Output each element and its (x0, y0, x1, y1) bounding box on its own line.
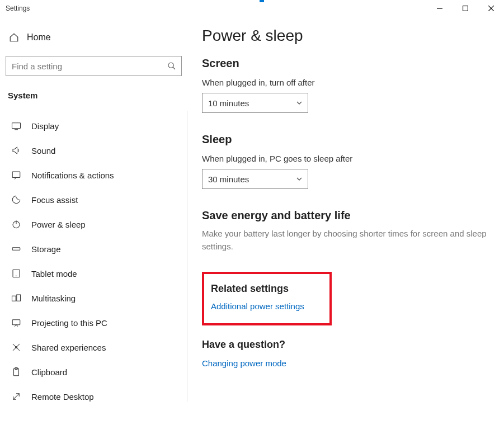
sidebar-item-label: Clipboard (31, 367, 67, 377)
sidebar-item-label: Projecting to this PC (31, 318, 107, 328)
svg-rect-6 (12, 123, 21, 129)
sidebar-item-tablet-mode[interactable]: Tablet mode (6, 261, 182, 286)
svg-rect-16 (12, 320, 20, 325)
search-icon (167, 62, 176, 70)
sidebar-item-storage[interactable]: Storage (6, 237, 182, 261)
power-icon (11, 219, 21, 229)
sound-icon (11, 145, 21, 155)
save-energy-heading: Save energy and battery life (202, 209, 487, 222)
svg-line-22 (13, 394, 20, 400)
maximize-button[interactable] (453, 0, 478, 17)
minimize-button[interactable] (427, 0, 453, 17)
svg-line-5 (173, 67, 175, 69)
related-settings-heading: Related settings (211, 283, 323, 295)
close-button[interactable] (478, 0, 504, 17)
sidebar-item-focus-assist[interactable]: Focus assist (6, 187, 182, 212)
sidebar-category: System (6, 86, 182, 111)
tablet-icon (11, 268, 21, 278)
screen-timeout-dropdown[interactable]: 10 minutes (202, 93, 308, 113)
additional-power-settings-link[interactable]: Additional power settings (211, 301, 323, 311)
clipboard-icon (11, 367, 21, 377)
question-block: Have a question? Changing power mode (202, 339, 487, 368)
sidebar-item-label: Storage (31, 244, 61, 254)
accent-indicator (260, 0, 264, 2)
screen-label: When plugged in, turn off after (202, 78, 487, 87)
related-settings-highlight: Related settings Additional power settin… (202, 272, 332, 325)
sidebar-item-label: Sound (31, 146, 55, 155)
sidebar-item-clipboard[interactable]: Clipboard (6, 360, 182, 384)
page-title: Power & sleep (202, 27, 487, 45)
sidebar-home[interactable]: Home (6, 28, 182, 47)
titlebar-controls (427, 0, 504, 17)
titlebar: Settings (0, 0, 504, 17)
sleep-heading: Sleep (202, 133, 487, 146)
notifications-icon (11, 170, 21, 180)
svg-rect-14 (12, 296, 16, 301)
sidebar: Home System Display Sound Notifications … (0, 17, 187, 425)
sidebar-item-remote-desktop[interactable]: Remote Desktop (6, 384, 182, 409)
sidebar-item-label: Notifications & actions (31, 171, 114, 180)
multitasking-icon (11, 293, 21, 303)
focus-assist-icon (11, 195, 21, 205)
sidebar-item-label: Power & sleep (31, 220, 86, 229)
svg-rect-15 (17, 295, 21, 301)
sidebar-item-sound[interactable]: Sound (6, 138, 182, 163)
chevron-down-icon (296, 100, 302, 106)
svg-rect-1 (463, 6, 468, 11)
remote-desktop-icon (11, 391, 21, 402)
svg-rect-8 (12, 172, 20, 178)
chevron-down-icon (296, 176, 302, 182)
sidebar-item-notifications[interactable]: Notifications & actions (6, 163, 182, 187)
projecting-icon (11, 318, 21, 328)
svg-point-4 (168, 63, 173, 68)
sidebar-item-display[interactable]: Display (6, 114, 182, 138)
sidebar-item-label: Focus assist (31, 195, 78, 205)
search-input[interactable] (6, 56, 182, 76)
sidebar-item-label: Shared experiences (31, 343, 106, 352)
content-area: Power & sleep Screen When plugged in, tu… (187, 17, 504, 425)
sidebar-item-label: Multitasking (31, 294, 76, 303)
sleep-timeout-value: 30 minutes (208, 174, 249, 184)
sidebar-nav: Display Sound Notifications & actions Fo… (6, 114, 182, 409)
search-wrap (6, 56, 182, 76)
home-icon (9, 32, 19, 42)
sidebar-item-shared-experiences[interactable]: Shared experiences (6, 335, 182, 360)
save-energy-text: Make your battery last longer by choosin… (202, 228, 487, 253)
storage-icon (11, 244, 21, 254)
window-title: Settings (6, 4, 30, 12)
sidebar-item-label: Remote Desktop (31, 392, 94, 402)
sleep-timeout-dropdown[interactable]: 30 minutes (202, 169, 308, 189)
sidebar-separator (187, 111, 187, 402)
sleep-label: When plugged in, PC goes to sleep after (202, 154, 487, 163)
sidebar-item-power-sleep[interactable]: Power & sleep (6, 212, 182, 237)
question-heading: Have a question? (202, 339, 487, 351)
changing-power-mode-link[interactable]: Changing power mode (202, 358, 487, 368)
sidebar-item-multitasking[interactable]: Multitasking (6, 286, 182, 310)
svg-rect-11 (12, 248, 20, 251)
display-icon (11, 121, 21, 131)
sidebar-item-label: Tablet mode (31, 269, 77, 278)
screen-timeout-value: 10 minutes (208, 98, 249, 108)
shared-experiences-icon (11, 342, 21, 352)
sidebar-item-projecting[interactable]: Projecting to this PC (6, 310, 182, 335)
sidebar-home-label: Home (27, 32, 51, 42)
sidebar-item-label: Display (31, 121, 59, 131)
screen-heading: Screen (202, 57, 487, 70)
